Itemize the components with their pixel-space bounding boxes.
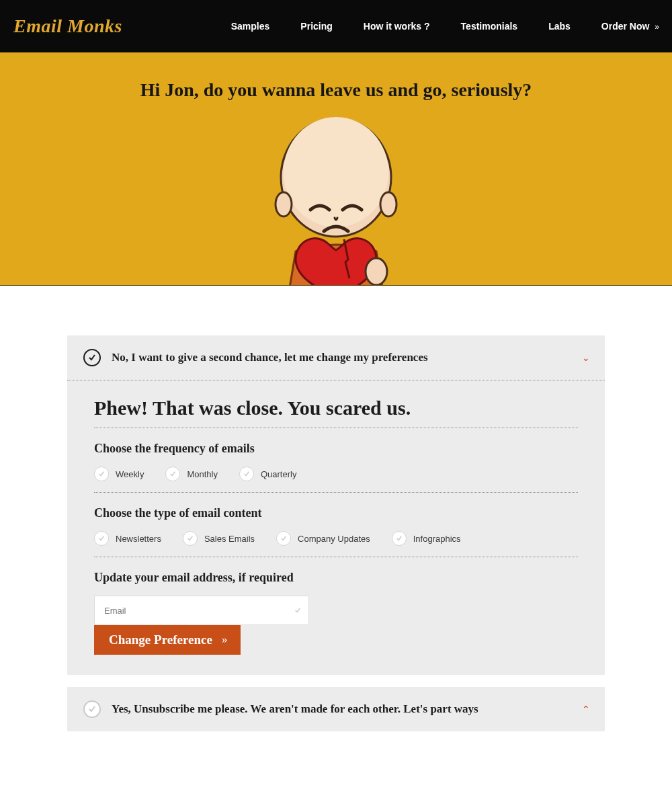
content-type-label: Choose the type of email content	[94, 506, 578, 520]
logo[interactable]: Email Monks	[13, 15, 122, 37]
nav-how-it-works[interactable]: How it works ?	[364, 21, 430, 32]
expand-icon: ⌃	[582, 704, 590, 715]
check-icon	[294, 607, 301, 614]
frequency-quarterly[interactable]: Quarterly	[239, 467, 296, 481]
panel-change-preferences-body: Phew! That was close. You scared us. Cho…	[67, 380, 605, 675]
frequency-monthly-label: Monthly	[187, 469, 218, 479]
checkbox-icon	[276, 531, 291, 546]
panel-unsubscribe-header[interactable]: Yes, Unsubscribe me please. We aren't ma…	[67, 687, 605, 731]
frequency-weekly-label: Weekly	[116, 469, 144, 479]
hero-title: Hi Jon, do you wanna leave us and go, se…	[0, 52, 672, 101]
panel-unsubscribe-title: Yes, Unsubscribe me please. We aren't ma…	[112, 702, 478, 716]
frequency-monthly[interactable]: Monthly	[165, 467, 218, 481]
nav-pricing[interactable]: Pricing	[300, 21, 332, 32]
type-infographics[interactable]: Infographics	[392, 531, 461, 546]
email-input-wrap	[94, 596, 309, 625]
divider	[94, 428, 578, 428]
divider	[94, 557, 578, 557]
check-circle-icon	[83, 700, 101, 718]
checkbox-icon	[183, 531, 198, 546]
main-nav: Samples Pricing How it works ? Testimoni…	[231, 21, 659, 32]
monk-illustration	[249, 110, 423, 285]
change-preference-button[interactable]: Change Preference »	[94, 625, 241, 655]
svg-point-3	[380, 192, 396, 216]
type-infographics-label: Infographics	[413, 534, 461, 544]
panel-change-preferences-header[interactable]: No, I want to give a second chance, let …	[67, 335, 605, 380]
type-sales-emails-label: Sales Emails	[204, 534, 255, 544]
relief-heading: Phew! That was close. You scared us.	[94, 397, 578, 419]
frequency-options: Weekly Monthly Quarterly	[94, 467, 578, 481]
email-update-label: Update your email address, if required	[94, 571, 578, 585]
divider	[94, 492, 578, 493]
type-newsletters[interactable]: Newsletters	[94, 531, 161, 546]
checkbox-icon	[165, 467, 180, 481]
frequency-label: Choose the frequency of emails	[94, 442, 578, 456]
chevron-right-icon: »	[655, 22, 659, 32]
top-navbar: Email Monks Samples Pricing How it works…	[0, 0, 672, 52]
nav-samples[interactable]: Samples	[231, 21, 270, 32]
change-preference-button-label: Change Preference	[109, 633, 212, 647]
collapse-icon: ⌄	[582, 352, 590, 364]
type-company-updates-label: Company Updates	[298, 534, 370, 544]
content-type-options: Newsletters Sales Emails Company Updates…	[94, 531, 578, 546]
nav-order-now-label: Order Now	[601, 21, 650, 32]
hero-banner: Hi Jon, do you wanna leave us and go, se…	[0, 52, 672, 286]
checkbox-icon	[239, 467, 254, 481]
nav-labs[interactable]: Labs	[548, 21, 571, 32]
email-input[interactable]	[94, 596, 309, 625]
checkbox-icon	[392, 531, 407, 546]
panel-change-preferences: No, I want to give a second chance, let …	[67, 335, 605, 675]
checkbox-icon	[94, 467, 109, 481]
panel-unsubscribe: Yes, Unsubscribe me please. We aren't ma…	[67, 687, 605, 731]
type-sales-emails[interactable]: Sales Emails	[183, 531, 255, 546]
svg-point-1	[284, 117, 388, 227]
content-area: No, I want to give a second chance, let …	[67, 335, 605, 731]
type-company-updates[interactable]: Company Updates	[276, 531, 370, 546]
nav-testimonials[interactable]: Testimonials	[461, 21, 518, 32]
svg-point-2	[276, 192, 292, 216]
nav-order-now[interactable]: Order Now »	[601, 21, 659, 32]
frequency-weekly[interactable]: Weekly	[94, 467, 144, 481]
type-newsletters-label: Newsletters	[116, 534, 161, 544]
chevron-right-icon: »	[222, 633, 226, 647]
panel-change-preferences-title: No, I want to give a second chance, let …	[112, 351, 428, 364]
svg-point-4	[366, 258, 387, 285]
checkbox-icon	[94, 531, 109, 546]
check-circle-icon	[83, 349, 101, 366]
frequency-quarterly-label: Quarterly	[261, 469, 296, 479]
